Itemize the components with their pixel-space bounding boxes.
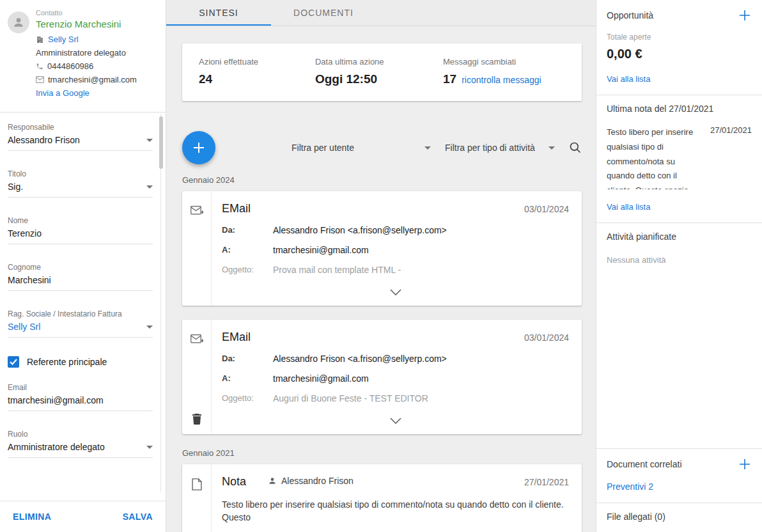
email-oggetto-label: Oggetto: bbox=[222, 265, 273, 275]
right-panel: Opportunità Totale aperte 0,00 € Vai all… bbox=[596, 0, 762, 532]
email-da-row: Da: Alessandro Frison <a.frison@sellyerp… bbox=[222, 354, 569, 364]
stats-card: Azioni effettuate 24 Data ultima azione … bbox=[182, 43, 582, 101]
contact-name: Terenzio Marchesini bbox=[36, 19, 158, 29]
referente-principale-checkbox[interactable] bbox=[8, 356, 19, 368]
delete-card-button[interactable] bbox=[192, 413, 202, 426]
documenti-correlati-title: Document correlati bbox=[607, 459, 682, 469]
email-input[interactable]: tmarchesini@gmail.com bbox=[8, 395, 153, 411]
tab-documenti[interactable]: DOCUMENTI bbox=[271, 0, 376, 26]
cognome-input[interactable]: Marchesini bbox=[8, 275, 153, 291]
stat-messaggi-value-row: 17 ricontrolla messaggi bbox=[443, 72, 565, 86]
send-to-google-link[interactable]: Invia a Google bbox=[36, 88, 89, 98]
stat-ultima-azione: Data ultima azione Oggi 12:50 bbox=[315, 57, 443, 86]
email-oggetto-row: Oggetto: Auguri di Buone Feste - TEST ED… bbox=[222, 393, 569, 403]
attivita-section: Attività pianificate Nessuna attività bbox=[596, 223, 762, 449]
timeline-card-date: 27/01/2021 bbox=[524, 477, 569, 487]
left-scrollbar-track bbox=[160, 114, 161, 492]
stat-messaggi-value: 17 bbox=[443, 72, 456, 86]
stat-azioni-value: 24 bbox=[199, 72, 315, 86]
file-allegati-section: File allegati (0) bbox=[596, 503, 762, 532]
totale-aperte-value: 0,00 € bbox=[607, 47, 752, 61]
search-icon bbox=[569, 141, 582, 154]
mail-icon bbox=[36, 76, 44, 83]
field-ruolo: Ruolo Amministratore delegato bbox=[8, 430, 153, 458]
timeline-card-type: Nota bbox=[222, 475, 246, 489]
timeline-icon-col bbox=[182, 464, 212, 532]
month-group-label: Gennaio 2024 bbox=[182, 175, 582, 185]
referente-principale-label: Referente principale bbox=[27, 357, 107, 367]
chevron-down-icon bbox=[548, 146, 555, 150]
email-a-label: A: bbox=[222, 373, 273, 384]
chevron-down-icon bbox=[390, 289, 401, 295]
left-scrollbar-thumb[interactable] bbox=[159, 116, 163, 169]
preventivi-link[interactable]: Preventivi 2 bbox=[607, 481, 653, 492]
responsabile-value: Alessandro Frison bbox=[8, 135, 80, 145]
email-a-row: A: tmarchesini@gmail.com bbox=[222, 373, 569, 384]
phone-icon bbox=[36, 63, 43, 70]
email-forward-icon bbox=[190, 205, 203, 216]
timeline-card-head: EMail 03/01/2024 bbox=[222, 331, 569, 344]
email-da-value: Alessandro Frison <a.frison@sellyerp.com… bbox=[273, 354, 447, 364]
email-value: tmarchesini@gmail.com bbox=[8, 395, 104, 405]
stat-messaggi-label: Messaggi scambiati bbox=[443, 57, 565, 66]
contact-info: Contatto Terenzio Marchesini Selly Srl A… bbox=[36, 9, 158, 102]
field-nome-label: Nome bbox=[8, 216, 153, 225]
titolo-value: Sig. bbox=[8, 182, 23, 192]
documenti-correlati-head: Document correlati bbox=[607, 457, 752, 471]
note-vai-alla-lista-link[interactable]: Vai alla lista bbox=[607, 202, 650, 212]
email-da-row: Da: Alessandro Frison <a.frison@sellyerp… bbox=[222, 225, 569, 235]
timeline-card-date: 03/01/2024 bbox=[524, 204, 569, 214]
ultima-nota-title: Ultima nota del 27/01/2021 bbox=[607, 104, 752, 114]
contact-actions: ELIMINA SALVA bbox=[0, 501, 166, 532]
contact-header: Contatto Terenzio Marchesini Selly Srl A… bbox=[0, 0, 166, 112]
add-opportunita-button[interactable] bbox=[738, 8, 752, 22]
tabbar: SINTESI DOCUMENTI bbox=[166, 0, 596, 26]
contact-phone-line: 0444860986 bbox=[36, 61, 158, 71]
opportunita-vai-alla-lista-link[interactable]: Vai alla lista bbox=[607, 74, 650, 84]
note-icon bbox=[192, 478, 202, 490]
nota-text: Testo libero per inserire qualsiasi tipo… bbox=[222, 498, 569, 524]
nome-input[interactable]: Terenzio bbox=[8, 228, 153, 244]
ricontrolla-messaggi-link[interactable]: ricontrolla messaggi bbox=[462, 75, 541, 85]
contact-avatar bbox=[8, 12, 29, 33]
titolo-select[interactable]: Sig. bbox=[8, 182, 153, 198]
chevron-down-icon bbox=[146, 139, 153, 142]
stat-azioni: Azioni effettuate 24 bbox=[199, 57, 315, 86]
filter-utente-select[interactable]: Filtra per utente bbox=[292, 143, 431, 153]
rag-sociale-select[interactable]: Selly Srl bbox=[8, 322, 153, 338]
field-ruolo-label: Ruolo bbox=[8, 430, 153, 439]
expand-card-button[interactable] bbox=[222, 403, 569, 430]
save-button[interactable]: SALVA bbox=[123, 512, 153, 522]
delete-button[interactable]: ELIMINA bbox=[13, 512, 51, 522]
timeline-icon-col bbox=[182, 191, 212, 306]
timeline-card-nota: Nota Alessandro Frison 27/01/2021 Testo … bbox=[182, 464, 582, 532]
plus-icon bbox=[739, 458, 750, 470]
timeline-content: Azioni effettuate 24 Data ultima azione … bbox=[166, 26, 596, 532]
filter-tipo-select[interactable]: Filtra per tipo di attività bbox=[445, 143, 555, 153]
nome-value: Terenzio bbox=[8, 228, 42, 239]
contact-company-link[interactable]: Selly Srl bbox=[48, 35, 79, 44]
contact-label: Contatto bbox=[36, 9, 158, 17]
timeline-card-head: Nota Alessandro Frison 27/01/2021 bbox=[222, 475, 569, 489]
contact-phone: 0444860986 bbox=[47, 61, 93, 71]
ruolo-select[interactable]: Amministratore delegato bbox=[8, 442, 153, 458]
contact-company-line: Selly Srl bbox=[36, 35, 158, 44]
ultima-nota-text: Testo libero per inserire qualsiasi tipo… bbox=[607, 125, 703, 189]
stat-messaggi: Messaggi scambiati 17 ricontrolla messag… bbox=[443, 57, 565, 86]
search-button[interactable] bbox=[569, 141, 582, 154]
plus-icon bbox=[739, 10, 750, 21]
totale-aperte-label: Totale aperte bbox=[607, 33, 752, 42]
timeline-card-content: Nota Alessandro Frison 27/01/2021 Testo … bbox=[212, 464, 582, 532]
chevron-down-icon bbox=[146, 185, 153, 189]
ruolo-value: Amministratore delegato bbox=[8, 442, 105, 452]
contact-form: Responsabile Alessandro Frison Titolo Si… bbox=[0, 113, 166, 501]
nota-author: Alessandro Frison bbox=[268, 476, 354, 486]
add-activity-fab[interactable] bbox=[182, 131, 215, 164]
opportunita-section: Opportunità Totale aperte 0,00 € Vai all… bbox=[596, 0, 762, 95]
tab-sintesi[interactable]: SINTESI bbox=[166, 0, 271, 26]
add-documento-button[interactable] bbox=[738, 457, 752, 471]
expand-card-button[interactable] bbox=[222, 275, 569, 302]
responsabile-select[interactable]: Alessandro Frison bbox=[8, 135, 153, 151]
ultima-nota-preview: Testo libero per inserire qualsiasi tipo… bbox=[607, 125, 752, 189]
email-oggetto-row: Oggetto: Prova mail con template HTML - bbox=[222, 265, 569, 275]
